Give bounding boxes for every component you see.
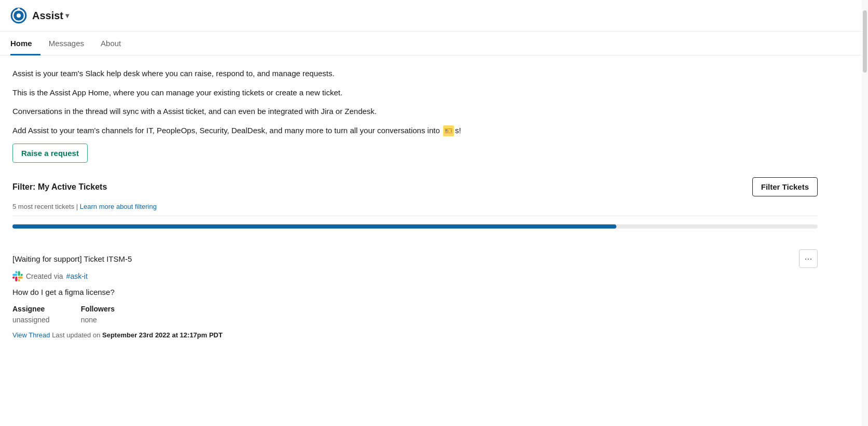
app-title-chevron-icon: ▾ bbox=[65, 11, 69, 20]
ticket-title: [Waiting for support] Ticket ITSM-5 bbox=[12, 254, 132, 263]
ticket-question: How do I get a figma license? bbox=[12, 288, 818, 296]
ticket-assignee-col: Assignee unassigned bbox=[12, 305, 50, 324]
filter-tickets-button[interactable]: Filter Tickets bbox=[752, 177, 818, 196]
progress-bar-fill bbox=[12, 224, 616, 229]
ticket-source: Created via #ask-it bbox=[12, 271, 818, 281]
description-line3: Conversations in the thread will sync wi… bbox=[12, 106, 818, 118]
more-icon: ··· bbox=[804, 253, 812, 264]
assignee-value: unassigned bbox=[12, 316, 50, 324]
scrollbar[interactable] bbox=[862, 0, 868, 426]
ticket-meta: Assignee unassigned Followers none bbox=[12, 305, 818, 324]
ticket-card: [Waiting for support] Ticket ITSM-5 ··· … bbox=[12, 241, 818, 347]
ticket-footer: View Thread Last updated on September 23… bbox=[12, 331, 818, 339]
tab-home[interactable]: Home bbox=[10, 32, 40, 55]
divider bbox=[12, 216, 818, 216]
description-line1: Assist is your team's Slack help desk wh… bbox=[12, 68, 818, 80]
followers-label: Followers bbox=[81, 305, 115, 313]
last-updated-value: September 23rd 2022 at 12:17pm PDT bbox=[102, 331, 223, 339]
progress-bar-container bbox=[12, 224, 818, 229]
ticket-emoji-icon: 🎫 bbox=[443, 125, 454, 136]
tab-about[interactable]: About bbox=[92, 32, 129, 55]
learn-more-filtering-link[interactable]: Learn more about filtering bbox=[80, 203, 157, 210]
ticket-id[interactable]: ITSM-5 bbox=[106, 254, 132, 263]
description-line4: Add Assist to your team's channels for I… bbox=[12, 125, 818, 137]
app-header: Assist ▾ bbox=[0, 0, 868, 32]
last-updated-prefix-text: Last updated on bbox=[52, 331, 100, 339]
ticket-more-button[interactable]: ··· bbox=[799, 249, 818, 268]
filter-section: Filter: My Active Tickets Filter Tickets bbox=[12, 177, 818, 196]
description-line4-suffix: s! bbox=[455, 126, 461, 135]
tab-messages[interactable]: Messages bbox=[40, 32, 92, 55]
tabs-nav: Home Messages About bbox=[0, 32, 868, 55]
assignee-label: Assignee bbox=[12, 305, 50, 313]
filter-label: Filter: My Active Tickets bbox=[12, 182, 107, 192]
filter-info-prefix: 5 most recent tickets | bbox=[12, 203, 80, 210]
svg-point-3 bbox=[18, 8, 20, 11]
description-line4-prefix: Add Assist to your team's channels for I… bbox=[12, 126, 442, 135]
ticket-source-prefix: Created via bbox=[26, 272, 63, 280]
svg-point-2 bbox=[17, 13, 21, 18]
view-thread-link[interactable]: View Thread bbox=[12, 331, 50, 339]
filter-info: 5 most recent tickets | Learn more about… bbox=[12, 203, 818, 210]
description-line2: This is the Assist App Home, where you c… bbox=[12, 87, 818, 99]
slack-logo-icon bbox=[12, 271, 23, 281]
ticket-followers-col: Followers none bbox=[81, 305, 115, 324]
raise-request-button[interactable]: Raise a request bbox=[12, 144, 88, 163]
main-content: Assist is your team's Slack help desk wh… bbox=[0, 55, 830, 360]
description-block: Assist is your team's Slack help desk wh… bbox=[12, 68, 818, 136]
ticket-status: [Waiting for support] Ticket bbox=[12, 254, 104, 263]
ticket-header: [Waiting for support] Ticket ITSM-5 ··· bbox=[12, 249, 818, 268]
assist-logo-icon bbox=[10, 7, 27, 24]
ticket-channel-link[interactable]: #ask-it bbox=[66, 272, 88, 280]
followers-value: none bbox=[81, 316, 97, 324]
app-name: Assist bbox=[32, 10, 63, 22]
app-title[interactable]: Assist ▾ bbox=[32, 10, 69, 22]
scrollbar-thumb[interactable] bbox=[863, 10, 867, 73]
